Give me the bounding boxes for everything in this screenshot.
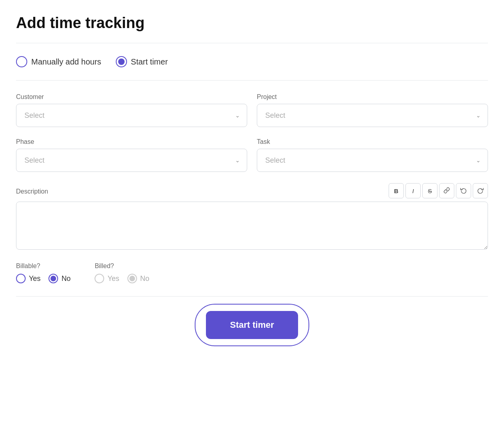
project-select-wrapper: Select ⌄ bbox=[257, 104, 488, 127]
task-select[interactable]: Select bbox=[257, 149, 488, 172]
billed-no-radio bbox=[127, 274, 137, 283]
billable-yes-label: Yes bbox=[29, 275, 40, 283]
mode-radio-group: Manually add hours Start timer bbox=[16, 56, 488, 67]
customer-label: Customer bbox=[16, 93, 247, 101]
start-timer-button[interactable]: Start timer bbox=[206, 311, 298, 339]
radio-divider bbox=[16, 80, 488, 81]
billable-group: Billable? Yes No bbox=[16, 262, 71, 283]
phase-group: Phase Select ⌄ bbox=[16, 138, 247, 172]
customer-select-wrapper: Select ⌄ bbox=[16, 104, 247, 127]
manually-radio-label: Manually add hours bbox=[31, 57, 101, 67]
start-timer-radio-circle bbox=[116, 56, 127, 67]
customer-select[interactable]: Select bbox=[16, 104, 247, 127]
undo-button[interactable] bbox=[456, 183, 471, 198]
phase-select[interactable]: Select bbox=[16, 149, 247, 172]
strikethrough-icon: S bbox=[428, 188, 432, 194]
task-label: Task bbox=[257, 138, 488, 145]
manually-radio-circle bbox=[16, 56, 27, 67]
bold-icon: B bbox=[394, 188, 399, 194]
billed-yes-option[interactable]: Yes bbox=[95, 274, 119, 283]
link-icon bbox=[444, 187, 450, 195]
footer-actions: Start timer bbox=[16, 311, 488, 355]
phase-task-row: Phase Select ⌄ Task Select ⌄ bbox=[16, 138, 488, 172]
billable-billed-row: Billable? Yes No Billed? Yes bbox=[16, 262, 488, 283]
billable-no-radio bbox=[48, 274, 58, 283]
italic-button[interactable]: I bbox=[405, 183, 421, 198]
customer-project-row: Customer Select ⌄ Project Select ⌄ bbox=[16, 93, 488, 127]
redo-icon bbox=[477, 187, 484, 195]
start-timer-wrapper: Start timer bbox=[206, 311, 298, 339]
manually-add-hours-option[interactable]: Manually add hours bbox=[16, 56, 101, 67]
billed-label: Billed? bbox=[95, 262, 149, 270]
strikethrough-button[interactable]: S bbox=[422, 183, 437, 198]
task-select-wrapper: Select ⌄ bbox=[257, 149, 488, 172]
billable-label: Billable? bbox=[16, 262, 71, 270]
undo-icon bbox=[460, 187, 467, 195]
phase-select-wrapper: Select ⌄ bbox=[16, 149, 247, 172]
link-button[interactable] bbox=[439, 183, 454, 198]
start-timer-option[interactable]: Start timer bbox=[116, 56, 168, 67]
bottom-divider bbox=[16, 296, 488, 297]
project-select[interactable]: Select bbox=[257, 104, 488, 127]
description-section: Description B I S bbox=[16, 183, 488, 251]
billed-radio-group: Yes No bbox=[95, 274, 149, 283]
customer-group: Customer Select ⌄ bbox=[16, 93, 247, 127]
billed-yes-radio bbox=[95, 274, 104, 283]
billable-no-option[interactable]: No bbox=[48, 274, 71, 283]
task-group: Task Select ⌄ bbox=[257, 138, 488, 172]
project-label: Project bbox=[257, 93, 488, 101]
project-group: Project Select ⌄ bbox=[257, 93, 488, 127]
billed-group: Billed? Yes No bbox=[95, 262, 149, 283]
description-input[interactable] bbox=[16, 202, 488, 250]
redo-button[interactable] bbox=[473, 183, 488, 198]
phase-label: Phase bbox=[16, 138, 247, 145]
billable-no-label: No bbox=[61, 275, 71, 283]
billable-yes-radio bbox=[16, 274, 26, 283]
page-title: Add time tracking bbox=[16, 14, 488, 32]
italic-icon: I bbox=[412, 188, 414, 194]
billable-yes-option[interactable]: Yes bbox=[16, 274, 40, 283]
billable-radio-group: Yes No bbox=[16, 274, 71, 283]
description-toolbar: B I S bbox=[389, 183, 488, 198]
bold-button[interactable]: B bbox=[389, 183, 404, 198]
billed-no-label: No bbox=[140, 275, 149, 283]
billed-no-option[interactable]: No bbox=[127, 274, 149, 283]
title-divider bbox=[16, 43, 488, 43]
start-timer-radio-label: Start timer bbox=[131, 57, 168, 67]
description-label: Description bbox=[16, 188, 48, 195]
billed-yes-label: Yes bbox=[107, 275, 119, 283]
